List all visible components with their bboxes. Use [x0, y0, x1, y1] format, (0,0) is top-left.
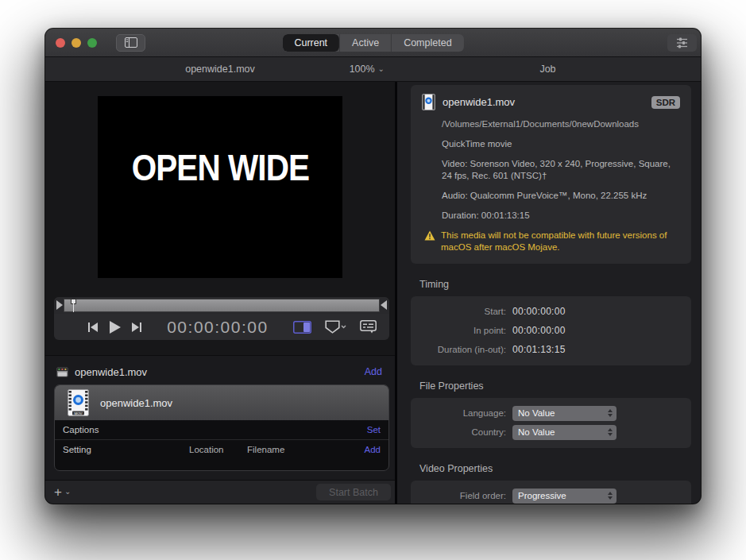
language-select[interactable]: No Value — [512, 406, 617, 421]
country-label: Country: — [419, 427, 506, 437]
plus-icon: + — [54, 485, 62, 499]
timecode-display: 00:00:00:00 — [167, 318, 268, 337]
source-file-name: openwide1.mov — [443, 96, 515, 108]
tab-completed[interactable]: Completed — [391, 34, 463, 52]
status-tab-group: Current Active Completed — [282, 34, 463, 52]
language-label: Language: — [419, 408, 506, 418]
batch-job-card[interactable]: MOV openwide1.mov Captions Set Setting L… — [54, 384, 389, 471]
column-location: Location — [189, 445, 223, 454]
source-duration: Duration: 00:01:13:15 — [442, 210, 680, 222]
tab-current[interactable]: Current — [282, 34, 339, 52]
warning-icon — [424, 230, 435, 241]
inspector-toggle-button[interactable] — [667, 34, 697, 52]
mov-file-thumbnail-icon: MOV — [68, 389, 89, 416]
close-window-button[interactable] — [56, 38, 65, 48]
zoom-level-dropdown[interactable]: 100% ⌄ — [350, 64, 385, 75]
duration-label: Duration (in-out): — [419, 345, 506, 354]
zoom-level-value: 100% — [350, 64, 375, 75]
add-setting-link[interactable]: Add — [365, 445, 381, 454]
quicktime-file-icon — [422, 94, 435, 110]
batch-job-header: openwide1.mov Add — [45, 362, 395, 381]
batch-footer: + ⌄ Start Batch — [45, 480, 395, 504]
skip-back-icon — [87, 322, 99, 332]
language-row: Language: No Value — [419, 405, 691, 422]
scrubber-track[interactable] — [64, 299, 380, 312]
desktop-background: Current Active Completed — [0, 0, 746, 560]
chevron-down-icon: ⌄ — [378, 64, 385, 73]
tab-active[interactable]: Active — [339, 34, 391, 52]
field-order-select[interactable]: Progressive — [512, 489, 617, 504]
timing-section-title: Timing — [419, 279, 691, 290]
in-point-marker-icon[interactable] — [56, 300, 63, 310]
preview-title: openwide1.mov — [185, 64, 255, 75]
playhead[interactable] — [71, 299, 76, 304]
skip-forward-icon — [131, 322, 142, 332]
titlebar: Current Active Completed — [45, 29, 701, 57]
batch-job-name: openwide1.mov — [75, 366, 147, 378]
source-kind: QuickTime movie — [442, 138, 680, 150]
source-path: /Volumes/External1/Documents/0newDownloa… — [442, 118, 680, 130]
set-captions-link[interactable]: Set — [367, 425, 381, 434]
captions-row[interactable]: Captions Set — [55, 420, 388, 439]
sdr-badge: SDR — [651, 96, 680, 109]
stepper-arrows-icon — [608, 406, 613, 421]
field-order-value: Progressive — [518, 491, 566, 500]
play-icon — [109, 321, 121, 334]
preview-header: openwide1.mov 100% ⌄ — [45, 57, 395, 81]
next-frame-button[interactable] — [131, 322, 142, 332]
source-file-name: openwide1.mov — [100, 397, 172, 409]
marker-menu-button[interactable] — [325, 320, 346, 334]
video-properties-box: Field order: Progressive Color space: Re… — [411, 481, 691, 504]
video-properties-section-title: Video Properties — [419, 463, 691, 474]
captions-bubble-icon — [360, 320, 377, 334]
job-source-row[interactable]: MOV openwide1.mov — [55, 385, 388, 420]
timing-inpoint-row: In point: 00:00:00:00 — [419, 322, 691, 339]
split-view-icon — [293, 321, 311, 334]
svg-text:MOV: MOV — [74, 411, 82, 415]
country-value: No Value — [518, 427, 555, 437]
source-info-box: openwide1.mov SDR /Volumes/External1/Doc… — [411, 85, 691, 264]
timing-start-row: Start: 00:00:00:00 — [419, 303, 691, 320]
warning-text: This media will not be compatible with f… — [441, 230, 680, 254]
video-preview: OPEN WIDE — [98, 96, 342, 278]
job-panel-title: Job — [539, 64, 555, 75]
transport-controls: 00:00:00:00 — [54, 297, 389, 340]
timeline-scrubber[interactable] — [54, 297, 389, 314]
outputs-row[interactable]: Setting Location Filename Add — [55, 439, 388, 459]
source-audio-info: Audio: Qualcomm PureVoice™, Mono, 22.255… — [442, 190, 680, 202]
country-select[interactable]: No Value — [512, 425, 617, 440]
minimize-window-button[interactable] — [72, 38, 81, 48]
play-button[interactable] — [109, 321, 121, 334]
sidebar-toggle-button[interactable] — [116, 34, 145, 52]
previous-frame-button[interactable] — [87, 322, 99, 332]
chevron-down-icon: ⌄ — [64, 487, 71, 496]
in-point-label: In point: — [419, 326, 506, 335]
stepper-arrows-icon — [608, 425, 613, 440]
field-order-row: Field order: Progressive — [419, 488, 691, 504]
start-label: Start: — [419, 307, 506, 316]
stepper-arrows-icon — [608, 489, 613, 504]
add-job-button[interactable]: + ⌄ — [54, 485, 71, 499]
sliders-icon — [676, 37, 688, 48]
playback-controls: 00:00:00:00 — [54, 314, 389, 340]
start-batch-button[interactable]: Start Batch — [316, 484, 391, 500]
file-properties-section-title: File Properties — [419, 380, 691, 392]
captions-button[interactable] — [360, 320, 377, 334]
timing-box: Start: 00:00:00:00 In point: 00:00:00:00… — [411, 296, 691, 365]
job-panel-header: Job — [395, 57, 701, 81]
zoom-window-button[interactable] — [87, 38, 97, 48]
source-video-info: Video: Sorenson Video, 320 x 240, Progre… — [442, 158, 680, 182]
panel-header-row: openwide1.mov 100% ⌄ Job — [45, 57, 701, 82]
video-frame-text: OPEN WIDE — [131, 147, 308, 188]
add-output-link[interactable]: Add — [365, 366, 382, 377]
column-setting: Setting — [63, 445, 91, 454]
column-filename: Filename — [247, 445, 284, 454]
batch-list: openwide1.mov Add — [45, 355, 395, 480]
out-point-marker-icon[interactable] — [381, 300, 387, 310]
file-properties-box: Language: No Value Country: No Value — [411, 398, 691, 448]
compare-view-button[interactable] — [293, 321, 311, 334]
compatibility-warning: This media will not be compatible with f… — [424, 230, 680, 254]
marker-flag-icon — [325, 320, 346, 334]
language-value: No Value — [518, 408, 555, 418]
country-row: Country: No Value — [419, 424, 691, 441]
